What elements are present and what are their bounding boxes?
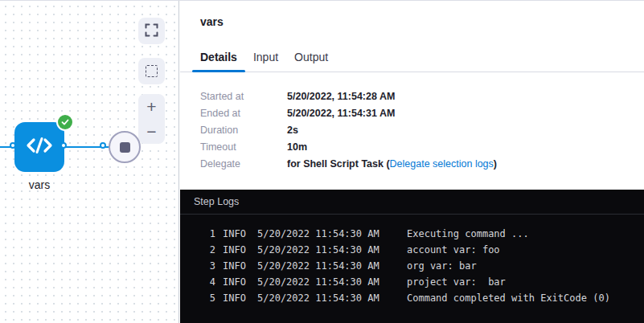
log-line-number: 5 — [180, 290, 215, 306]
panel-title: vars — [180, 0, 644, 30]
log-timestamp: 5/20/2022 11:54:30 AM — [257, 274, 407, 290]
detail-value: 5/20/2022, 11:54:31 AM — [287, 105, 395, 122]
step-node-vars[interactable] — [14, 122, 64, 172]
tab-input[interactable]: Input — [245, 44, 286, 72]
log-console[interactable]: 1 INFO 5/20/2022 11:54:30 AM Executing c… — [180, 215, 644, 306]
code-icon — [25, 131, 54, 163]
node-label: vars — [0, 178, 79, 191]
step-logs-title: Step Logs — [180, 190, 644, 215]
detail-value: 5/20/2022, 11:54:28 AM — [287, 88, 395, 105]
tab-bar: Details Input Output — [180, 44, 644, 72]
detail-label: Ended at — [200, 105, 287, 122]
end-node-port — [100, 142, 106, 149]
log-line: 2 INFO 5/20/2022 11:54:30 AM account var… — [180, 242, 644, 258]
log-level: INFO — [223, 290, 257, 306]
log-message: project var: bar — [407, 274, 644, 290]
node-port-left — [10, 142, 16, 149]
log-line: 5 INFO 5/20/2022 11:54:30 AM Command com… — [180, 290, 644, 306]
log-timestamp: 5/20/2022 11:54:30 AM — [257, 242, 407, 258]
pipeline-canvas[interactable]: vars + − — [0, 0, 179, 323]
zoom-controls: + − — [138, 94, 165, 144]
delegate-value-suffix: ) — [494, 158, 497, 170]
detail-label: Started at — [200, 88, 287, 105]
success-check-icon — [58, 115, 72, 129]
detail-row-timeout: Timeout 10m — [200, 139, 644, 156]
log-line-number: 4 — [180, 274, 215, 290]
log-level: INFO — [223, 242, 257, 258]
log-message: Executing command ... — [407, 226, 644, 242]
detail-row-started-at: Started at 5/20/2022, 11:54:28 AM — [200, 88, 644, 105]
step-detail-panel: vars Details Input Output Started at 5/2… — [180, 0, 644, 323]
log-message: account var: foo — [407, 242, 644, 258]
tab-details[interactable]: Details — [192, 44, 245, 72]
log-timestamp: 5/20/2022 11:54:30 AM — [257, 258, 407, 274]
detail-row-duration: Duration 2s — [200, 122, 644, 139]
detail-label: Timeout — [200, 139, 287, 156]
log-level: INFO — [223, 258, 257, 274]
log-timestamp: 5/20/2022 11:54:30 AM — [257, 226, 407, 242]
zoom-out-button[interactable]: − — [138, 119, 165, 144]
detail-label: Delegate — [200, 156, 287, 173]
log-line-number: 3 — [180, 258, 215, 274]
detail-value: 2s — [287, 122, 298, 139]
tab-output[interactable]: Output — [286, 44, 336, 72]
detail-label: Duration — [200, 122, 287, 139]
node-port-right — [60, 142, 67, 149]
log-line: 1 INFO 5/20/2022 11:54:30 AM Executing c… — [180, 226, 644, 242]
stop-icon — [120, 142, 130, 153]
marquee-select-icon — [146, 65, 158, 77]
log-level: INFO — [223, 226, 257, 242]
marquee-select-button[interactable] — [138, 58, 165, 84]
step-logs-panel: Step Logs 1 INFO 5/20/2022 11:54:30 AM E… — [180, 190, 644, 323]
delegate-selection-logs-link[interactable]: Delegate selection logs — [390, 158, 494, 170]
log-message: Command completed with ExitCode (0) — [407, 290, 644, 306]
detail-value: for Shell Script Task (Delegate selectio… — [287, 156, 497, 173]
fullscreen-icon — [145, 23, 158, 39]
log-timestamp: 5/20/2022 11:54:30 AM — [257, 290, 407, 306]
detail-row-delegate: Delegate for Shell Script Task (Delegate… — [200, 156, 644, 173]
detail-row-ended-at: Ended at 5/20/2022, 11:54:31 AM — [200, 105, 644, 122]
details-list: Started at 5/20/2022, 11:54:28 AM Ended … — [180, 72, 644, 173]
detail-value: 10m — [287, 139, 307, 156]
top-border — [0, 0, 644, 1]
log-line: 3 INFO 5/20/2022 11:54:30 AM org var: ba… — [180, 258, 644, 274]
delegate-value-prefix: for Shell Script Task ( — [287, 158, 390, 170]
log-line-number: 2 — [180, 242, 215, 258]
fullscreen-button[interactable] — [138, 18, 165, 44]
log-level: INFO — [223, 274, 257, 290]
log-line-number: 1 — [180, 226, 215, 242]
log-line: 4 INFO 5/20/2022 11:54:30 AM project var… — [180, 274, 644, 290]
pipeline-end-node[interactable] — [109, 131, 141, 163]
zoom-in-button[interactable]: + — [138, 94, 165, 119]
log-message: org var: bar — [407, 258, 644, 274]
